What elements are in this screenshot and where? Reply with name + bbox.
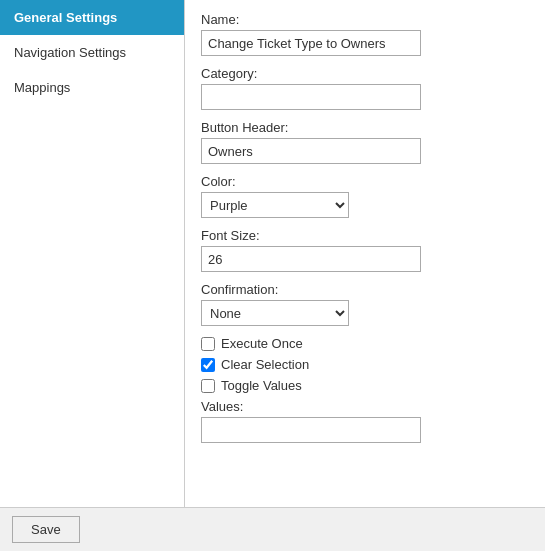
button-header-input[interactable]: [201, 138, 421, 164]
color-select[interactable]: Purple Red Blue Green Yellow Orange: [201, 192, 349, 218]
name-input[interactable]: [201, 30, 421, 56]
execute-once-label: Execute Once: [221, 336, 303, 351]
confirmation-field-group: Confirmation: None Yes/No Ok/Cancel: [201, 282, 529, 326]
name-field-group: Name:: [201, 12, 529, 56]
save-button[interactable]: Save: [12, 516, 80, 543]
category-input[interactable]: [201, 84, 421, 110]
confirmation-select[interactable]: None Yes/No Ok/Cancel: [201, 300, 349, 326]
sidebar-item-mappings[interactable]: Mappings: [0, 70, 184, 105]
footer: Save: [0, 507, 545, 551]
clear-selection-label: Clear Selection: [221, 357, 309, 372]
sidebar-item-label: General Settings: [14, 10, 117, 25]
sidebar-item-navigation-settings[interactable]: Navigation Settings: [0, 35, 184, 70]
values-label: Values:: [201, 399, 529, 414]
font-size-input[interactable]: [201, 246, 421, 272]
font-size-label: Font Size:: [201, 228, 529, 243]
color-select-wrapper: Purple Red Blue Green Yellow Orange: [201, 192, 529, 218]
toggle-values-group: Toggle Values: [201, 378, 529, 393]
sidebar-item-label: Mappings: [14, 80, 70, 95]
toggle-values-checkbox[interactable]: [201, 379, 215, 393]
color-field-group: Color: Purple Red Blue Green Yellow Oran…: [201, 174, 529, 218]
sidebar-item-label: Navigation Settings: [14, 45, 126, 60]
confirmation-label: Confirmation:: [201, 282, 529, 297]
font-size-field-group: Font Size:: [201, 228, 529, 272]
name-label: Name:: [201, 12, 529, 27]
category-field-group: Category:: [201, 66, 529, 110]
execute-once-group: Execute Once: [201, 336, 529, 351]
sidebar-item-general-settings[interactable]: General Settings: [0, 0, 184, 35]
main-content: Name: Category: Button Header: Color: Pu…: [185, 0, 545, 551]
clear-selection-group: Clear Selection: [201, 357, 529, 372]
color-label: Color:: [201, 174, 529, 189]
sidebar: General Settings Navigation Settings Map…: [0, 0, 185, 551]
execute-once-checkbox[interactable]: [201, 337, 215, 351]
button-header-label: Button Header:: [201, 120, 529, 135]
values-input[interactable]: [201, 417, 421, 443]
values-field-group: Values:: [201, 399, 529, 443]
category-label: Category:: [201, 66, 529, 81]
toggle-values-label: Toggle Values: [221, 378, 302, 393]
clear-selection-checkbox[interactable]: [201, 358, 215, 372]
button-header-field-group: Button Header:: [201, 120, 529, 164]
